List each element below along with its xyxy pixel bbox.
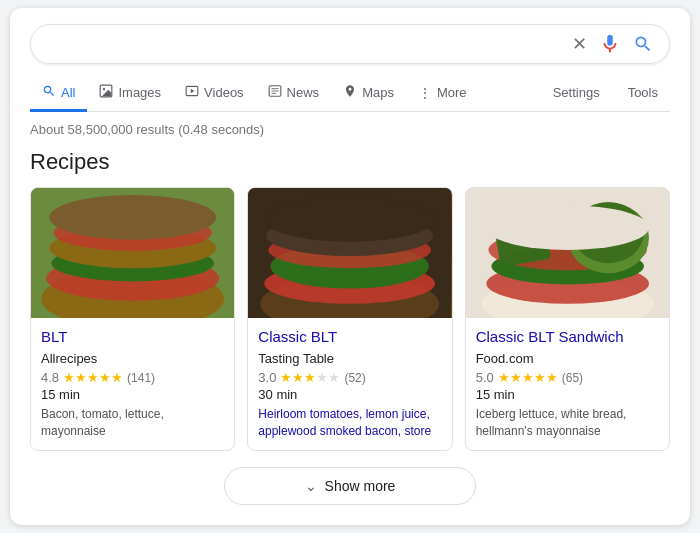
tab-images-label: Images bbox=[118, 85, 161, 100]
svg-point-30 bbox=[486, 205, 649, 250]
tab-videos-label: Videos bbox=[204, 85, 244, 100]
tab-images[interactable]: Images bbox=[87, 76, 173, 112]
recipe-rating-sandwich: 5.0 ★★★★★ (65) bbox=[476, 370, 659, 385]
recipe-image-sandwich bbox=[466, 188, 669, 318]
clear-icon[interactable]: ✕ bbox=[572, 33, 587, 55]
rating-number-classic-blt: 3.0 bbox=[258, 370, 276, 385]
recipe-time-blt: 15 min bbox=[41, 387, 224, 402]
review-count-sandwich: (65) bbox=[562, 371, 583, 385]
recipe-title-sandwich[interactable]: Classic BLT Sandwich bbox=[476, 328, 659, 345]
rating-number-sandwich: 5.0 bbox=[476, 370, 494, 385]
recipe-source-blt: Allrecipes bbox=[41, 351, 224, 366]
recipe-image-blt bbox=[31, 188, 234, 318]
videos-tab-icon bbox=[185, 84, 199, 101]
recipe-cards: BLT Allrecipes 4.8 ★★★★★ (141) 15 min Ba… bbox=[30, 187, 670, 451]
review-count-blt: (141) bbox=[127, 371, 155, 385]
recipe-ingredients-sandwich: Iceberg lettuce, white bread, hellmann's… bbox=[476, 406, 659, 440]
recipe-title-classic-blt[interactable]: Classic BLT bbox=[258, 328, 441, 345]
svg-point-1 bbox=[103, 88, 105, 90]
tab-videos[interactable]: Videos bbox=[173, 76, 256, 112]
recipe-ingredients-classic-blt: Heirloom tomatoes, lemon juice, applewoo… bbox=[258, 406, 441, 440]
tab-all-label: All bbox=[61, 85, 75, 100]
tab-news[interactable]: News bbox=[256, 76, 332, 112]
recipe-rating-blt: 4.8 ★★★★★ (141) bbox=[41, 370, 224, 385]
stars-blt: ★★★★★ bbox=[63, 370, 123, 385]
tab-news-label: News bbox=[287, 85, 320, 100]
news-tab-icon bbox=[268, 84, 282, 101]
nav-right: Settings Tools bbox=[541, 77, 670, 110]
recipe-ingredients-blt: Bacon, tomato, lettuce, mayonnaise bbox=[41, 406, 224, 440]
more-tab-icon: ⋮ bbox=[418, 85, 432, 101]
tab-maps-label: Maps bbox=[362, 85, 394, 100]
chevron-down-icon: ⌄ bbox=[305, 478, 317, 494]
tab-settings-label: Settings bbox=[553, 85, 600, 100]
recipe-source-classic-blt: Tasting Table bbox=[258, 351, 441, 366]
tab-settings[interactable]: Settings bbox=[541, 77, 612, 111]
svg-point-21 bbox=[265, 197, 436, 242]
show-more-button[interactable]: ⌄ Show more bbox=[224, 467, 477, 505]
microphone-icon[interactable] bbox=[599, 33, 621, 55]
recipe-title-blt[interactable]: BLT bbox=[41, 328, 224, 345]
maps-tab-icon bbox=[343, 84, 357, 101]
stars-sandwich: ★★★★★ bbox=[498, 370, 558, 385]
all-tab-icon bbox=[42, 84, 56, 101]
stars-classic-blt: ★★★★★ bbox=[280, 370, 340, 385]
images-tab-icon bbox=[99, 84, 113, 101]
section-title: Recipes bbox=[30, 149, 670, 175]
show-more-label: Show more bbox=[325, 478, 396, 494]
tab-tools-label: Tools bbox=[628, 85, 658, 100]
search-bar: blt recipe ✕ bbox=[30, 24, 670, 64]
page-wrapper: blt recipe ✕ All Images bbox=[10, 8, 690, 525]
show-more-container: ⌄ Show more bbox=[30, 467, 670, 505]
tab-all[interactable]: All bbox=[30, 76, 87, 112]
svg-marker-3 bbox=[191, 89, 195, 94]
recipe-source-sandwich: Food.com bbox=[476, 351, 659, 366]
tab-more[interactable]: ⋮ More bbox=[406, 77, 479, 112]
recipe-image-classic-blt bbox=[248, 188, 451, 318]
search-submit-icon[interactable] bbox=[633, 34, 653, 54]
results-summary: About 58,500,000 results (0.48 seconds) bbox=[30, 122, 670, 137]
search-input[interactable]: blt recipe bbox=[47, 35, 572, 53]
recipe-info-classic-blt: Classic BLT Tasting Table 3.0 ★★★★★ (52)… bbox=[248, 318, 451, 450]
recipe-time-classic-blt: 30 min bbox=[258, 387, 441, 402]
recipe-card-classic-blt[interactable]: Classic BLT Tasting Table 3.0 ★★★★★ (52)… bbox=[247, 187, 452, 451]
svg-point-14 bbox=[49, 195, 216, 240]
tab-maps[interactable]: Maps bbox=[331, 76, 406, 112]
review-count-classic-blt: (52) bbox=[344, 371, 365, 385]
recipe-card-sandwich[interactable]: Classic BLT Sandwich Food.com 5.0 ★★★★★ … bbox=[465, 187, 670, 451]
tab-tools[interactable]: Tools bbox=[616, 77, 670, 111]
rating-number-blt: 4.8 bbox=[41, 370, 59, 385]
recipe-card-blt[interactable]: BLT Allrecipes 4.8 ★★★★★ (141) 15 min Ba… bbox=[30, 187, 235, 451]
recipe-time-sandwich: 15 min bbox=[476, 387, 659, 402]
search-icons: ✕ bbox=[572, 33, 653, 55]
nav-tabs: All Images Videos News Maps bbox=[30, 76, 670, 112]
recipe-rating-classic-blt: 3.0 ★★★★★ (52) bbox=[258, 370, 441, 385]
recipe-info-blt: BLT Allrecipes 4.8 ★★★★★ (141) 15 min Ba… bbox=[31, 318, 234, 450]
recipe-info-sandwich: Classic BLT Sandwich Food.com 5.0 ★★★★★ … bbox=[466, 318, 669, 450]
tab-more-label: More bbox=[437, 85, 467, 100]
